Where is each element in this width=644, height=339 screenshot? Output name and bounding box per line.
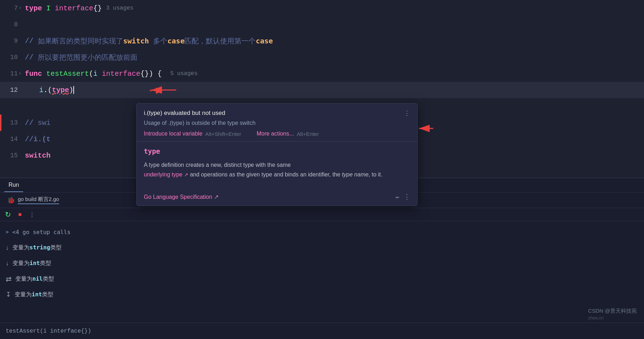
build-tab-label[interactable]: go build 断言2.go (18, 196, 59, 204)
dot-accessor: . (43, 86, 48, 94)
tooltip-warning-header: i.(type) evaluated but not used ⋮ (144, 109, 410, 117)
code-line-14: 14 //i.(t (0, 131, 136, 147)
comment-kw-case1: case (167, 37, 184, 45)
tooltip-actions: Introduce local variable Alt+Shift+Enter… (144, 131, 410, 137)
edit-icon[interactable]: ✏️ (396, 193, 399, 201)
code-line-7: › 7 type I interface {} 3 usages (0, 0, 644, 16)
line-content-12: i . ( type ) (25, 86, 74, 94)
run-tab[interactable]: Run (4, 178, 23, 192)
type-name-I: I (46, 4, 51, 12)
code-line-13: 13 // swi (0, 115, 136, 131)
line-number-9: 9 (0, 37, 25, 44)
tooltip-footer: Go Language Specification ↗ ✏️ ⋮ (137, 190, 417, 206)
more-actions-link[interactable]: More actions... (257, 131, 294, 137)
tooltip-warning-section: i.(type) evaluated but not used ⋮ Usage … (137, 104, 417, 142)
output-text-setup: <4 go setup calls (12, 229, 70, 235)
run-action-toolbar: ↻ ■ ⋮ (0, 208, 644, 221)
build-tab-area: 🐞 go build 断言2.go (7, 196, 59, 204)
red-error-marker-13 (0, 115, 1, 131)
line-content-8 (25, 21, 29, 29)
run-tab-label: Run (9, 182, 19, 188)
line-content-7: type I interface {} 3 usages (25, 4, 133, 12)
red-arrow-svg-12 (148, 85, 180, 95)
introduce-variable-shortcut: Alt+Shift+Enter (205, 131, 241, 137)
code-line-8: 8 (0, 16, 644, 33)
tooltip-menu-dots[interactable]: ⋮ (404, 109, 410, 117)
close-paren-12: ) (69, 86, 73, 94)
code-line-15: 15 switch (0, 147, 136, 164)
red-arrow-svg-tooltip (415, 123, 437, 134)
output-arrow-down-int2: ↧ (6, 291, 11, 298)
ident-i: i (39, 86, 43, 94)
open-paren-12: ( (48, 86, 52, 94)
output-arrow-down-int1: ↓ (6, 260, 9, 267)
output-item-setup: > <4 go setup calls (0, 224, 644, 240)
more-footer-dots[interactable]: ⋮ (404, 193, 410, 201)
tooltip-type-desc: A type definition creates a new, distinc… (144, 160, 410, 179)
tooltip-popup: i.(type) evaluated but not used ⋮ Usage … (136, 103, 418, 206)
csdn-url: zhwx.cn (588, 316, 603, 321)
usage-hint-7: 3 usages (106, 5, 133, 11)
keyword-switch-15: switch (25, 152, 51, 160)
underlying-type-link[interactable]: underlying type ↗ (144, 171, 188, 178)
line-content-10: // 所以要把范围更小的匹配放前面 (25, 53, 137, 62)
output-item-int1: ↓ 变量为int类型 (0, 255, 644, 271)
output-text-nil: 变量为nil类型 (15, 275, 54, 283)
type-keyword-12: type (52, 86, 69, 94)
tooltip-warning-title: i.(type) evaluated but not used (144, 110, 225, 117)
more-actions-shortcut: Alt+Enter (297, 131, 319, 137)
more-options-button[interactable]: ⋮ (27, 210, 37, 219)
code-line-10: 10 // 所以要把范围更小的匹配放前面 (0, 49, 644, 65)
line-number-10: 10 (0, 54, 25, 61)
line-content-14: //i.(t (25, 135, 51, 143)
comment-kw-case2: case (256, 37, 273, 45)
line-number-14: 14 (0, 136, 25, 143)
output-item-int2: ↧ 变量为int类型 (0, 287, 644, 302)
partial-lines-area: 13 // swi 14 //i.(t 15 switch (0, 115, 136, 164)
go-run-icon: 🐞 (7, 196, 15, 204)
bottom-status-bar: testAssert(i interface{}) (0, 323, 644, 339)
line-content-11: func testAssert ( i interface {}) { 5 us… (25, 70, 198, 78)
keyword-interface-11: interface (102, 70, 140, 78)
line-number-13: 13 (0, 119, 25, 126)
output-text-int1: 变量为int类型 (12, 260, 51, 267)
line-content-9: // 如果断言的类型同时实现了 switch 多个 case 匹配，默认使用第一… (25, 36, 273, 46)
line-number-8: 8 (0, 21, 25, 28)
output-text-string: 变量为string类型 (12, 244, 62, 251)
usage-hint-11: 5 usages (170, 70, 198, 77)
func-name-testAssert: testAssert (46, 70, 89, 78)
introduce-variable-link[interactable]: Introduce local variable (144, 131, 203, 137)
rerun-button[interactable]: ↻ (3, 210, 13, 219)
comment-kw-switch: switch (123, 37, 149, 45)
param-name-i: i (93, 70, 98, 78)
csdn-brand: CSDN @景天科技苑 (588, 308, 637, 314)
output-arrow-setup: > (6, 229, 9, 235)
code-lines: › 7 type I interface {} 3 usages 8 9 // … (0, 0, 644, 98)
code-line-11: › 11 func testAssert ( i interface {}) {… (0, 65, 644, 82)
fold-arrow-7[interactable]: › (19, 5, 21, 11)
stop-button[interactable]: ■ (15, 210, 25, 219)
output-text-int2: 变量为int类型 (15, 291, 53, 298)
tooltip-type-keyword: type (144, 147, 410, 155)
tooltip-type-section: type A type definition creates a new, di… (137, 142, 417, 190)
output-item-string: ↓ 变量为string类型 (0, 240, 644, 255)
output-icon-nil: ⇄ (6, 275, 12, 283)
line-number-12: 12 (0, 86, 25, 94)
keyword-func-11: func (25, 70, 42, 78)
line-content-13: // swi (25, 119, 51, 127)
output-item-nil: ⇄ 变量为nil类型 (0, 271, 644, 287)
code-line-12: 12 i . ( type ) ←▶ (0, 82, 644, 98)
tooltip-footer-icons: ✏️ ⋮ (396, 193, 410, 201)
line-content-15: switch (25, 152, 51, 160)
output-arrow-down-string: ↓ (6, 244, 9, 251)
line-number-15: 15 (0, 152, 25, 159)
go-spec-link[interactable]: Go Language Specification ↗ (144, 194, 219, 200)
func-hint-label: testAssert(i interface{}) (6, 328, 91, 334)
csdn-watermark: CSDN @景天科技苑 zhwx.cn (588, 308, 637, 321)
keyword-type-7: type (25, 4, 42, 12)
run-content: > <4 go setup calls ↓ 变量为string类型 ↓ 变量为i… (0, 221, 644, 305)
code-line-9: 9 // 如果断言的类型同时实现了 switch 多个 case 匹配，默认使用… (0, 33, 644, 49)
text-cursor (73, 86, 74, 94)
tooltip-warning-desc: Usage of .(type) is outside of the type … (144, 120, 410, 126)
fold-arrow-11[interactable]: › (19, 70, 21, 76)
